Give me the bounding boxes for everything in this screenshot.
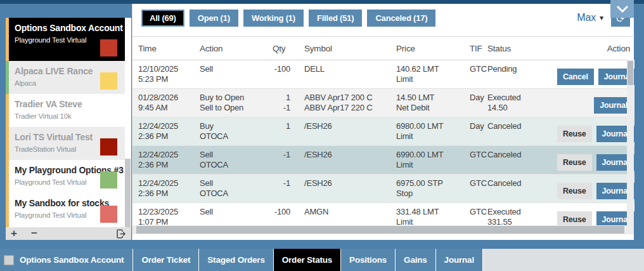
account-accent-bar [6, 61, 9, 94]
status-filter-bar: All (69) Open (1) Working (1) Filled (51… [141, 10, 435, 27]
table-row[interactable]: 12/10/20255:23 PM Sell -100 DELL 140.62 … [132, 60, 634, 89]
order-fill-price: 14.50 [487, 103, 557, 113]
order-date: 12/24/2025 [138, 178, 200, 188]
tab-gains[interactable]: Gains [396, 249, 436, 271]
orders-table-header: Time Action Qty Symbol Price TIF Status … [132, 37, 634, 60]
vertical-scrollbar-thumb[interactable] [628, 61, 633, 85]
filter-canceled-button[interactable]: Canceled (17) [367, 10, 435, 27]
order-price: 6980.00 LMT [396, 121, 470, 131]
order-price: 140.62 LMT [396, 64, 470, 74]
bottom-bar-filler [483, 249, 644, 271]
sidebar-footer-toolbar: + − [6, 227, 131, 240]
order-price-type: Limit [396, 160, 470, 170]
account-color-swatch [100, 138, 117, 155]
col-header-time: Time [138, 44, 200, 53]
account-item-playground-options-3[interactable]: My Playground Options #3 Playground Test… [6, 160, 125, 193]
filter-all-button[interactable]: All (69) [141, 10, 184, 27]
sign-out-button[interactable] [116, 229, 126, 239]
order-date: 01/28/2026 [138, 93, 200, 103]
order-price: 14.50 LMT [396, 93, 470, 103]
order-qty: -1 [273, 150, 290, 160]
order-price-type: Net Debit [396, 103, 470, 113]
account-item-alpaca[interactable]: Alpaca LIVE Rance Alpaca [6, 61, 125, 94]
order-symbol: /ESH26 [304, 121, 396, 131]
order-strategy: OTOCA [200, 160, 273, 170]
order-qty: -100 [273, 207, 290, 217]
account-item-sandbox-stocks[interactable]: My Sandbox for stocks Playground Test Vi… [6, 193, 125, 227]
order-time: 2:36 PM [138, 160, 200, 170]
account-selector-tab[interactable]: Options Sandbox Account [0, 249, 133, 271]
col-header-qty: Qty [273, 44, 290, 53]
order-action: Sell [200, 178, 273, 188]
account-color-swatch [100, 206, 117, 223]
order-tif: GTC [470, 178, 487, 188]
account-color-swatch [100, 171, 117, 188]
reuse-order-button[interactable]: Reuse [557, 126, 592, 142]
table-row[interactable]: 12/24/20252:36 PM SellOTOCA -1 /ESH26 69… [132, 175, 634, 203]
order-time: 1:07 PM [138, 217, 200, 226]
order-tif: GTC [470, 150, 487, 160]
cancel-order-button[interactable]: Cancel [557, 69, 594, 85]
account-checkbox[interactable] [4, 255, 14, 265]
order-tif: Day [470, 121, 487, 131]
order-time: 2:36 PM [138, 131, 200, 142]
account-item-options-sandbox[interactable]: Options Sandbox Account Playground Test … [6, 18, 125, 61]
account-item-lori-ts[interactable]: Lori TS Virtual Test TradeStation Virtua… [6, 127, 125, 160]
order-qty: -100 [273, 64, 290, 74]
table-horizontal-scrollbar[interactable] [132, 225, 628, 234]
filter-working-button[interactable]: Working (1) [243, 10, 304, 27]
order-symbol: AMGN [304, 207, 396, 217]
table-row[interactable]: 12/24/20252:36 PM BuyOTOCA 1 /ESH26 6980… [132, 117, 634, 146]
order-symbol: /ESH26 [304, 178, 396, 188]
tab-order-status[interactable]: Order Status [274, 249, 341, 271]
order-time: 5:23 PM [138, 74, 200, 84]
horizontal-scrollbar-thumb[interactable] [136, 226, 624, 234]
table-row-selected[interactable]: 12/24/20252:36 PM SellOTOCA -1 /ESH26 69… [132, 146, 634, 175]
order-strategy: OTOCA [200, 188, 273, 199]
account-name: Options Sandbox Account [15, 23, 125, 33]
account-item-tradier[interactable]: Tradier VA Steve Tradier Virtual 10k [6, 94, 125, 127]
tab-positions[interactable]: Positions [341, 249, 396, 271]
order-date: 12/23/2025 [138, 207, 200, 217]
order-status: Executed [487, 93, 557, 103]
col-header-price: Price [396, 44, 470, 53]
order-time: 2:36 PM [138, 188, 200, 199]
reuse-order-button[interactable]: Reuse [557, 183, 592, 199]
reuse-order-button[interactable]: Reuse [557, 211, 592, 226]
order-status: Canceled [487, 150, 557, 160]
remove-account-button[interactable]: − [31, 229, 37, 238]
account-accent-bar [6, 160, 9, 193]
order-action: Sell [200, 150, 273, 160]
order-date: 12/24/2025 [138, 121, 200, 131]
tab-order-ticket[interactable]: Order Ticket [133, 249, 199, 271]
caret-down-icon: ▾ [600, 13, 603, 22]
add-account-button[interactable]: + [11, 229, 17, 238]
table-row[interactable]: 01/28/20269:45 AM Buy to OpenSell to Ope… [132, 89, 634, 117]
tab-journal[interactable]: Journal [436, 249, 483, 271]
order-status-panel: All (69) Open (1) Working (1) Filled (51… [132, 4, 634, 240]
orders-table: Time Action Qty Symbol Price TIF Status … [132, 36, 634, 226]
table-row[interactable]: 12/23/20251:07 PM Sell -100 AMGN 331.48 … [132, 203, 634, 226]
collapse-panel-button[interactable] [610, 0, 634, 18]
date-range-value: Max [577, 12, 596, 23]
account-name: Tradier VA Steve [15, 99, 125, 109]
order-action: Buy [200, 121, 273, 131]
tab-staged-orders[interactable]: Staged Orders [199, 249, 273, 271]
date-range-dropdown[interactable]: Max ▾ [577, 12, 603, 23]
order-tif: GTC [470, 207, 487, 217]
col-header-action: Action [200, 44, 273, 53]
filter-open-button[interactable]: Open (1) [190, 10, 238, 27]
filter-filled-button[interactable]: Filled (51) [309, 10, 362, 27]
reuse-order-button[interactable]: Reuse [557, 154, 592, 171]
account-color-swatch [100, 39, 117, 56]
table-vertical-scrollbar[interactable] [627, 60, 634, 234]
col-header-symbol: Symbol [290, 44, 396, 53]
order-action: Sell [200, 207, 273, 217]
sidebar-scrollbar-thumb[interactable] [125, 159, 131, 227]
order-price: 6975.00 STP [396, 178, 470, 188]
order-qty: -1 [273, 178, 290, 188]
order-symbol: DELL [304, 64, 396, 74]
order-status: Canceled [487, 178, 557, 188]
account-accent-bar [6, 18, 9, 61]
orders-table-body: 12/10/20255:23 PM Sell -100 DELL 140.62 … [132, 60, 634, 226]
